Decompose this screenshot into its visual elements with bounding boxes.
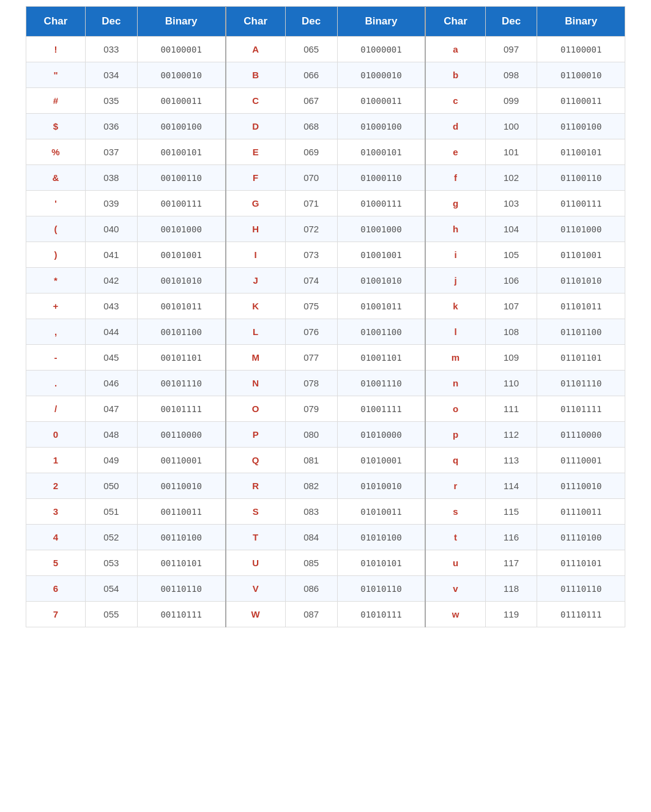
binary-2: 01001010 [337,268,425,293]
char-2: L [226,319,286,345]
table-row: - 045 00101101 M 077 01001101 m 109 0110… [26,345,625,371]
table-row: 1 049 00110001 Q 081 01010001 q 113 0111… [26,448,625,473]
dec-2: 068 [285,114,337,139]
dec-1: 034 [85,62,137,88]
dec-2: 066 [285,62,337,88]
binary-1: 00100101 [137,139,225,165]
char-1: / [26,396,86,422]
char-2: Q [226,448,286,473]
binary-3: 01101000 [537,216,625,242]
char-1: - [26,345,86,371]
binary-3: 01110110 [537,576,625,602]
char-2: E [226,139,286,165]
char-3: c [425,88,485,114]
char-1: + [26,293,86,319]
char-3: p [425,422,485,448]
binary-3: 01101110 [537,371,625,396]
char-1: 6 [26,576,86,602]
dec-3: 099 [485,88,537,114]
dec-3: 115 [485,499,537,525]
binary-1: 00110011 [137,499,225,525]
dec-2: 086 [285,576,337,602]
binary-1: 00101001 [137,242,225,268]
binary-1: 00110110 [137,576,225,602]
dec-3: 113 [485,448,537,473]
binary-3: 01101011 [537,293,625,319]
binary-1: 00110010 [137,473,225,499]
binary-1: 00101011 [137,293,225,319]
char-2: F [226,165,286,191]
char-1: $ [26,114,86,139]
dec-3: 105 [485,242,537,268]
binary-2: 01001111 [337,396,425,422]
dec-1: 052 [85,525,137,550]
binary-1: 00100010 [137,62,225,88]
dec-3: 110 [485,371,537,396]
binary-1: 00101110 [137,371,225,396]
dec-3: 107 [485,293,537,319]
table-row: 4 052 00110100 T 084 01010100 t 116 0111… [26,525,625,550]
binary-2: 01010101 [337,550,425,576]
dec-2: 073 [285,242,337,268]
header-dec-1: Dec [85,7,137,37]
table-row: ) 041 00101001 I 073 01001001 i 105 0110… [26,242,625,268]
table-row: 0 048 00110000 P 080 01010000 p 112 0111… [26,422,625,448]
char-1: 3 [26,499,86,525]
char-2: U [226,550,286,576]
binary-2: 01000111 [337,191,425,216]
char-2: O [226,396,286,422]
dec-2: 081 [285,448,337,473]
binary-3: 01100001 [537,37,625,62]
dec-1: 040 [85,216,137,242]
header-binary-2: Binary [337,7,425,37]
table-row: $ 036 00100100 D 068 01000100 d 100 0110… [26,114,625,139]
char-1: " [26,62,86,88]
dec-3: 112 [485,422,537,448]
dec-2: 065 [285,37,337,62]
dec-3: 106 [485,268,537,293]
binary-2: 01000010 [337,62,425,88]
binary-2: 01000011 [337,88,425,114]
dec-2: 082 [285,473,337,499]
table-row: 7 055 00110111 W 087 01010111 w 119 0111… [26,602,625,627]
binary-1: 00110001 [137,448,225,473]
binary-2: 01000001 [337,37,425,62]
binary-2: 01001000 [337,216,425,242]
char-3: t [425,525,485,550]
dec-1: 050 [85,473,137,499]
dec-2: 067 [285,88,337,114]
char-1: ' [26,191,86,216]
binary-1: 00100111 [137,191,225,216]
char-2: R [226,473,286,499]
char-3: o [425,396,485,422]
binary-1: 00101010 [137,268,225,293]
binary-2: 01010011 [337,499,425,525]
char-1: 5 [26,550,86,576]
table-row: # 035 00100011 C 067 01000011 c 099 0110… [26,88,625,114]
dec-3: 114 [485,473,537,499]
char-2: D [226,114,286,139]
dec-2: 083 [285,499,337,525]
char-1: , [26,319,86,345]
char-1: 2 [26,473,86,499]
char-2: A [226,37,286,62]
char-3: g [425,191,485,216]
header-char-3: Char [425,7,485,37]
dec-2: 079 [285,396,337,422]
dec-2: 074 [285,268,337,293]
dec-3: 100 [485,114,537,139]
dec-2: 078 [285,371,337,396]
dec-3: 103 [485,191,537,216]
dec-2: 072 [285,216,337,242]
binary-2: 01010010 [337,473,425,499]
char-1: & [26,165,86,191]
char-3: u [425,550,485,576]
binary-2: 01001100 [337,319,425,345]
binary-3: 01100111 [537,191,625,216]
char-2: I [226,242,286,268]
header-dec-2: Dec [285,7,337,37]
table-row: , 044 00101100 L 076 01001100 l 108 0110… [26,319,625,345]
char-1: 7 [26,602,86,627]
dec-1: 039 [85,191,137,216]
char-1: 0 [26,422,86,448]
